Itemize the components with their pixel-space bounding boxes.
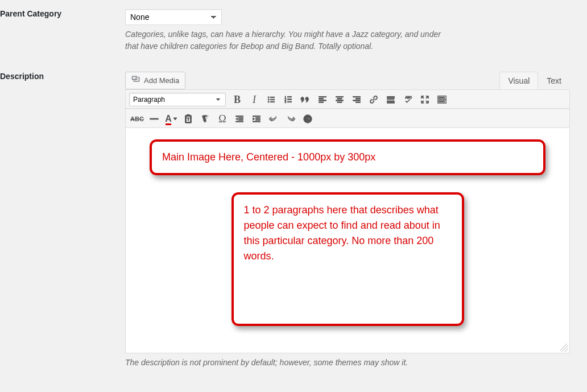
svg-rect-55 (255, 119, 260, 121)
svg-point-5 (268, 101, 269, 102)
svg-rect-28 (389, 100, 390, 100)
editor-tabs: Visual Text (499, 72, 570, 89)
svg-rect-40 (439, 101, 440, 102)
bullet-list-icon[interactable] (263, 92, 279, 107)
svg-rect-43 (444, 101, 445, 102)
numbered-list-icon[interactable]: 123 (280, 92, 296, 107)
link-icon[interactable] (366, 92, 382, 107)
svg-text:?: ? (307, 116, 310, 122)
svg-rect-20 (337, 102, 342, 103)
svg-rect-19 (336, 100, 344, 101)
fullscreen-icon[interactable] (417, 92, 433, 107)
svg-rect-6 (270, 101, 274, 102)
svg-rect-49 (236, 115, 243, 117)
paste-text-icon[interactable]: T (180, 112, 196, 126)
svg-rect-29 (391, 100, 392, 100)
svg-rect-32 (387, 102, 395, 104)
italic-icon[interactable]: I (246, 92, 262, 107)
svg-rect-42 (442, 101, 443, 102)
blockquote-icon[interactable] (297, 92, 313, 107)
svg-point-1 (268, 97, 269, 98)
svg-rect-50 (238, 118, 243, 119)
svg-text:3: 3 (285, 101, 287, 104)
svg-rect-18 (337, 98, 342, 100)
tab-text[interactable]: Text (538, 72, 570, 89)
read-more-icon[interactable] (383, 92, 399, 107)
toolbar-row-2: ABC A T Ω ? (126, 109, 569, 128)
annotation-description-paragraphs: 1 to 2 paragraphs here that describes wh… (232, 192, 464, 326)
parent-category-row: Parent Category None Categories, unlike … (0, 0, 587, 63)
description-help: The description is not prominent by defa… (125, 358, 570, 367)
svg-rect-44 (150, 118, 158, 119)
outdent-icon[interactable] (232, 112, 247, 126)
parent-category-body: None Categories, unlike tags, can have a… (125, 0, 587, 63)
svg-rect-4 (270, 99, 274, 100)
svg-rect-53 (253, 115, 261, 117)
bold-icon[interactable]: B (229, 92, 245, 107)
svg-rect-25 (387, 96, 395, 97)
tab-visual[interactable]: Visual (499, 72, 538, 89)
svg-rect-10 (287, 99, 291, 100)
svg-rect-12 (287, 101, 291, 102)
horizontal-rule-icon[interactable] (146, 112, 162, 126)
parent-category-label: Parent Category (0, 0, 125, 18)
svg-rect-13 (319, 96, 326, 97)
svg-point-3 (268, 99, 269, 100)
svg-rect-8 (287, 96, 291, 97)
svg-rect-24 (355, 102, 360, 103)
description-label: Description (0, 63, 125, 81)
svg-text:T: T (187, 117, 190, 122)
svg-rect-41 (440, 101, 441, 102)
align-center-icon[interactable] (332, 92, 348, 107)
svg-rect-52 (236, 121, 243, 122)
indent-icon[interactable] (249, 112, 264, 126)
add-media-label: Add Media (144, 76, 179, 86)
resize-handle[interactable] (560, 344, 568, 352)
align-left-icon[interactable] (315, 92, 330, 107)
svg-rect-27 (387, 100, 388, 100)
special-char-icon[interactable]: Ω (214, 112, 230, 126)
svg-rect-22 (355, 98, 360, 100)
toolbar-row-1: Paragraph B I 123 ABC (126, 90, 569, 109)
svg-rect-31 (387, 101, 395, 102)
clear-format-icon[interactable] (197, 112, 213, 126)
svg-rect-16 (319, 102, 324, 103)
text-color-icon[interactable]: A (163, 112, 179, 126)
svg-rect-56 (253, 121, 261, 122)
svg-rect-35 (439, 97, 440, 98)
parent-category-select[interactable]: None (125, 9, 222, 25)
svg-rect-51 (238, 119, 243, 121)
undo-icon[interactable] (266, 112, 282, 126)
add-media-button[interactable]: Add Media (125, 72, 185, 89)
svg-rect-17 (336, 96, 344, 97)
description-body: Add Media Visual Text Paragraph B I 123 (125, 63, 587, 367)
svg-rect-38 (444, 97, 445, 98)
description-row: Description Add Media Visual Text Paragr… (0, 63, 587, 367)
svg-rect-21 (353, 96, 361, 97)
svg-rect-36 (440, 97, 441, 98)
svg-rect-54 (255, 118, 260, 119)
strikethrough-icon[interactable]: ABC (129, 112, 145, 126)
svg-rect-23 (353, 100, 361, 101)
align-right-icon[interactable] (349, 92, 365, 107)
toolbar-toggle-icon[interactable] (434, 92, 450, 107)
svg-rect-14 (319, 98, 324, 100)
rich-editor: Paragraph B I 123 ABC ABC A (125, 89, 570, 353)
svg-rect-37 (442, 97, 443, 98)
parent-category-help: Categories, unlike tags, can have a hier… (125, 28, 444, 52)
block-format-select[interactable]: Paragraph (129, 93, 226, 106)
help-icon[interactable]: ? (300, 112, 316, 126)
spellcheck-icon[interactable]: ABC (400, 92, 416, 107)
svg-text:ABC: ABC (405, 96, 412, 99)
svg-rect-47 (187, 114, 189, 116)
editor-top-bar: Add Media Visual Text (125, 72, 570, 89)
svg-rect-15 (319, 100, 326, 101)
media-icon (131, 75, 140, 86)
svg-rect-30 (392, 100, 394, 100)
editor-canvas[interactable]: Main Image Here, Centered - 1000px by 30… (126, 128, 569, 353)
annotation-main-image: Main Image Here, Centered - 1000px by 30… (150, 139, 545, 175)
redo-icon[interactable] (283, 112, 299, 126)
svg-rect-2 (270, 97, 274, 98)
svg-rect-26 (387, 98, 395, 99)
